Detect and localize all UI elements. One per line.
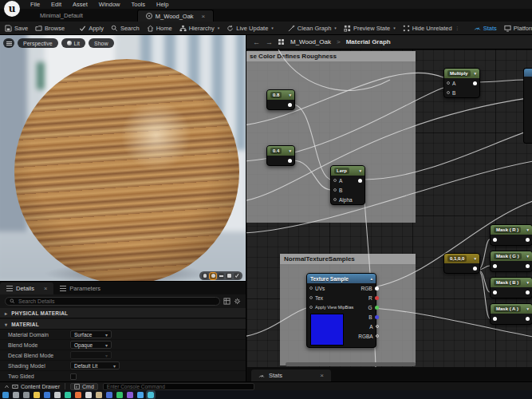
node-header[interactable]: Mask ( B )▾ [491,278,532,287]
a-output-pin[interactable] [376,325,379,328]
taskbar-icon-search[interactable] [13,392,19,398]
shading-model-dropdown[interactable]: Default Lit ▾ [70,361,120,369]
normal-texture-preview[interactable] [310,314,344,346]
node-mask-b[interactable]: Mask ( B )▾ [490,277,532,298]
unreal-logo-icon[interactable]: u [4,1,20,17]
section-material[interactable]: ▾ MATERIAL [0,319,246,330]
content-drawer-button[interactable]: Content Drawer [4,383,60,389]
hierarchy-button[interactable]: Hierarchy ▾ [179,25,220,32]
hide-unrelated-button[interactable]: Hide Unrelated ⋮ [403,25,459,32]
input-pin[interactable] [333,179,337,182]
output-pin[interactable] [526,264,530,268]
display-filter-icon[interactable] [223,298,231,305]
node-header[interactable]: Mask ( G )▾ [491,251,532,261]
node-constant-0-8[interactable]: 0.8▾ [266,89,295,110]
input-pin[interactable] [493,290,497,294]
preview-shape-cube-button[interactable] [226,273,232,279]
input-pin[interactable] [493,238,497,242]
lit-mode-button[interactable]: Lit [61,38,85,48]
node-header[interactable]: 0.4▾ [267,146,294,156]
input-pin[interactable] [309,296,313,299]
node-multiply[interactable]: Multiply▾ A B [443,68,480,98]
apply-button[interactable]: Apply [79,25,104,32]
preview-shape-custom-button[interactable] [234,273,240,279]
rgba-output-pin[interactable] [376,334,379,338]
output-pin[interactable] [473,81,477,85]
node-mask-a[interactable]: Mask ( A )▾ [490,303,532,325]
g-output-pin[interactable] [375,306,379,310]
node-header[interactable]: Mask ( A )▾ [491,304,532,314]
platform-stats-button[interactable]: Platform Stats [504,25,532,32]
output-pin[interactable] [526,290,530,294]
node-constant4-vector[interactable]: 0,1,0,0▾ [443,253,480,274]
output-pin[interactable] [526,238,530,242]
save-button[interactable]: Save [5,25,28,32]
node-header[interactable]: Multiply▾ [444,69,479,78]
perspective-button[interactable]: Perspective [18,38,58,48]
menu-asset[interactable]: Asset [73,1,88,8]
graph-overview-icon[interactable] [278,39,285,45]
taskbar-icon-app-blue3[interactable] [137,392,144,398]
stats-toggle-button[interactable]: Stats [474,25,497,32]
clean-graph-button[interactable]: Clean Graph ▾ [288,25,337,32]
search-details-input[interactable] [18,298,215,304]
section-physical-material[interactable]: ▸ PHYSICAL MATERIAL [0,308,246,318]
node-constant-0-4[interactable]: 0.4▾ [266,145,295,166]
home-button[interactable]: Home [147,25,172,32]
node-header[interactable]: Texture Sample▴ [307,274,376,283]
taskbar-icon-app-tan[interactable] [96,392,102,398]
menu-edit[interactable]: Edit [51,1,61,8]
input-pin[interactable] [493,264,497,268]
taskbar-icon-app-orange[interactable] [75,392,81,398]
blend-mode-dropdown[interactable]: Opaque ▾ [70,341,112,349]
node-partial-right-edge[interactable] [523,68,532,144]
menu-window[interactable]: Window [99,1,120,8]
viewport-menu-button[interactable] [3,38,14,48]
comment-title[interactable]: NormalTextureSamples [280,254,416,264]
taskbar-icon-task-view[interactable] [23,392,30,398]
taskbar-icon-app-gray[interactable] [54,392,61,398]
tab-stats[interactable]: Stats × [251,369,331,381]
taskbar-icon-app-blue[interactable] [44,392,50,398]
preview-viewport[interactable]: Perspective Lit Show [0,35,246,281]
node-texture-sample[interactable]: Texture Sample▴ UVs Tex Apply View MipBi… [306,273,376,348]
node-mask-r[interactable]: Mask ( R )▾ [490,224,532,246]
show-button[interactable]: Show [89,38,114,48]
graph-canvas[interactable]: se Color Defines Roughness NormalTexture… [246,49,532,367]
taskbar-icon-app-active-ue[interactable] [148,392,154,398]
wood-material-preview-sphere[interactable] [14,59,239,281]
b-output-pin[interactable] [375,315,379,319]
taskbar-icon-app-light[interactable] [85,392,92,398]
input-pin[interactable] [309,286,313,290]
taskbar-icon-app-blue2[interactable] [106,392,112,398]
close-icon[interactable]: × [320,372,324,379]
node-header[interactable]: Mask ( R )▾ [491,225,532,235]
node-header[interactable]: 0,1,0,0▾ [444,254,479,263]
details-search-box[interactable] [5,297,220,306]
rgb-output-pin[interactable] [375,286,379,290]
node-header[interactable]: 0.8▾ [267,90,294,100]
input-pin[interactable] [333,188,337,192]
tab-parameters[interactable]: Parameters [53,282,107,294]
preview-state-button[interactable]: Preview State ▾ [344,25,396,32]
tab-m-wood-oak[interactable]: M_Wood_Oak × [137,10,214,22]
node-lerp[interactable]: Lerp▾ A B Alpha [330,165,365,205]
two-sided-checkbox[interactable] [70,373,77,380]
node-header[interactable]: Lerp▾ [331,166,365,176]
preview-shape-plane-button[interactable] [218,273,224,279]
breadcrumb-page[interactable]: Material Graph [346,38,391,45]
close-tab-icon[interactable]: × [202,13,206,20]
live-update-button[interactable]: Live Update ▾ [227,25,274,32]
forward-arrow-icon[interactable]: → [266,38,273,46]
menu-help[interactable]: Help [156,1,168,8]
breadcrumb-asset[interactable]: M_Wood_Oak [290,38,331,45]
close-icon[interactable]: × [44,285,47,292]
menu-tools[interactable]: Tools [131,1,145,8]
search-button[interactable]: Search [111,25,140,32]
output-pin[interactable] [473,267,477,271]
gear-icon[interactable] [234,298,241,305]
node-mask-g[interactable]: Mask ( G )▾ [490,251,532,272]
tab-minimal-default[interactable]: Minimal_Default [32,10,91,22]
preview-shape-cylinder-button[interactable] [202,273,208,279]
taskbar-icon-start[interactable] [2,392,9,398]
